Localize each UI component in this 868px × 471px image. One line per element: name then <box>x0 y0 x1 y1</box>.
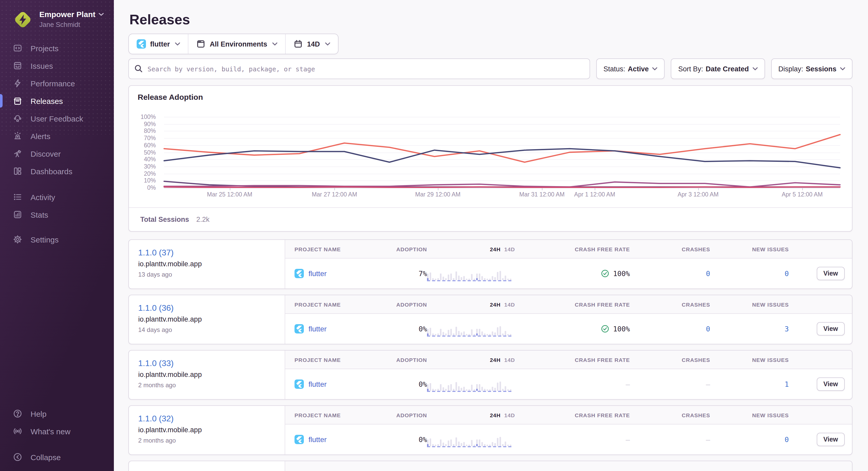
sidebar-item-settings[interactable]: Settings <box>0 231 114 248</box>
stats-icon <box>13 210 22 219</box>
release-table-row: flutter 0% – – 0 View <box>285 425 852 455</box>
sidebar-item-discover[interactable]: Discover <box>0 145 114 162</box>
alerts-icon <box>13 131 22 141</box>
environment-filter-value: All Environments <box>210 40 267 48</box>
release-package: io.planttv.mobile.app <box>138 426 275 434</box>
release-version-link[interactable]: 1.1.0 (33) <box>138 358 275 368</box>
project-link[interactable]: flutter <box>294 324 385 334</box>
chevron-down-icon <box>840 67 845 70</box>
sidebar-item-user-feedback[interactable]: User Feedback <box>0 110 114 127</box>
chevron-down-icon <box>175 42 180 45</box>
view-button[interactable]: View <box>816 377 845 391</box>
gear-icon <box>13 235 22 244</box>
new-issues-link[interactable]: 1 <box>710 380 789 388</box>
sidebar-item-alerts[interactable]: Alerts <box>0 127 114 145</box>
release-table-header: PROJECT NAME ADOPTION 24H14D CRASH FREE … <box>285 406 852 425</box>
chevron-down-icon <box>652 67 658 70</box>
discover-icon <box>13 149 22 158</box>
crashes-link[interactable]: 0 <box>630 269 710 278</box>
adoption-value: 7% <box>385 269 427 278</box>
project-link[interactable]: flutter <box>294 379 385 389</box>
sort-dropdown[interactable]: Sort By: Date Created <box>671 59 765 79</box>
sidebar-item-label: Projects <box>31 44 59 53</box>
col-new-issues: NEW ISSUES <box>710 301 789 307</box>
sidebar-nav-secondary: Activity Stats <box>0 188 114 223</box>
new-issues-link[interactable]: 0 <box>710 269 789 278</box>
release-card: 1.1.0 (36) io.planttv.mobile.app 14 days… <box>128 295 852 344</box>
view-button[interactable]: View <box>816 267 845 280</box>
release-version-link[interactable]: 1.1.0 (37) <box>138 248 275 258</box>
toggle-24h[interactable]: 24H <box>490 357 501 363</box>
sidebar-item-label: Discover <box>31 149 61 158</box>
chevron-down-icon <box>325 42 330 45</box>
crash-free-value: 100% <box>613 325 630 333</box>
chevron-down-icon <box>273 42 278 45</box>
project-link[interactable]: flutter <box>294 435 385 444</box>
sidebar-item-whats-new[interactable]: What's new <box>0 423 114 440</box>
col-time-toggle: 24H14D <box>427 301 515 307</box>
crashes-link[interactable]: 0 <box>630 325 710 333</box>
adoption-value: 0% <box>385 325 427 333</box>
page-title: Releases <box>129 10 852 29</box>
sidebar-item-help[interactable]: Help <box>0 405 114 423</box>
toggle-14d[interactable]: 14D <box>504 246 515 252</box>
release-card-partial <box>128 461 852 471</box>
search-input[interactable] <box>128 59 590 79</box>
new-issues-link[interactable]: 3 <box>710 325 789 333</box>
view-button[interactable]: View <box>816 433 845 446</box>
sidebar-item-stats[interactable]: Stats <box>0 206 114 223</box>
sidebar-item-performance[interactable]: Performance <box>0 74 114 92</box>
col-project-name: PROJECT NAME <box>294 412 385 418</box>
project-link[interactable]: flutter <box>294 269 385 278</box>
performance-icon <box>13 78 22 88</box>
new-issues-link[interactable]: 0 <box>710 435 789 444</box>
display-dropdown[interactable]: Display: Sessions <box>771 59 852 79</box>
release-package: io.planttv.mobile.app <box>138 260 275 268</box>
project-name: flutter <box>309 269 327 278</box>
project-name: flutter <box>309 380 327 388</box>
sidebar-nav-settings: Settings <box>0 231 114 248</box>
release-version-link[interactable]: 1.1.0 (36) <box>138 303 275 313</box>
toggle-14d[interactable]: 14D <box>504 357 515 363</box>
project-filter[interactable]: flutter <box>129 34 188 54</box>
sidebar-item-activity[interactable]: Activity <box>0 188 114 206</box>
release-table: PROJECT NAME ADOPTION 24H14D CRASH FREE … <box>285 406 852 455</box>
release-version-link[interactable]: 1.1.0 (32) <box>138 414 275 424</box>
toggle-14d[interactable]: 14D <box>504 412 515 418</box>
toggle-14d[interactable]: 14D <box>504 301 515 307</box>
sessions-sparkline <box>427 269 512 281</box>
sidebar-item-releases[interactable]: Releases <box>0 92 114 110</box>
col-crash-free-rate: CRASH FREE RATE <box>515 357 630 363</box>
window-icon <box>196 39 206 48</box>
sidebar-item-dashboards[interactable]: Dashboards <box>0 162 114 180</box>
col-adoption: ADOPTION <box>385 412 427 418</box>
sidebar-item-issues[interactable]: Issues <box>0 57 114 74</box>
release-list: 1.1.0 (37) io.planttv.mobile.app 13 days… <box>128 239 852 471</box>
status-value: Active <box>628 65 649 73</box>
sidebar-item-label: Settings <box>31 235 59 244</box>
page-filter-bar: flutter All Environments 14D <box>128 34 339 54</box>
crashes-cell: – <box>630 380 710 388</box>
sidebar-item-collapse[interactable]: Collapse <box>0 448 114 466</box>
toggle-24h[interactable]: 24H <box>490 246 501 252</box>
environment-filter[interactable]: All Environments <box>188 34 285 54</box>
toolbar: Status: Active Sort By: Date Created Dis… <box>128 59 852 79</box>
sidebar-item-label: What's new <box>31 427 70 436</box>
col-project-name: PROJECT NAME <box>294 301 385 307</box>
release-package: io.planttv.mobile.app <box>138 371 275 378</box>
release-table <box>285 461 852 471</box>
flutter-icon <box>294 379 304 389</box>
crash-free-cell: 100% <box>515 269 630 278</box>
status-dropdown[interactable]: Status: Active <box>596 59 665 79</box>
toggle-24h[interactable]: 24H <box>490 301 501 307</box>
sidebar-item-label: Collapse <box>31 452 61 462</box>
activity-icon <box>13 192 22 202</box>
sidebar-item-projects[interactable]: Projects <box>0 39 114 57</box>
toggle-24h[interactable]: 24H <box>490 412 501 418</box>
col-time-toggle: 24H14D <box>427 357 515 363</box>
org-switcher[interactable]: Empower Plant Jane Schmidt <box>0 0 114 35</box>
date-range-filter[interactable]: 14D <box>285 34 338 54</box>
release-info <box>129 461 285 471</box>
view-button[interactable]: View <box>816 322 845 336</box>
release-table-row: flutter 7% 100% 0 0 View <box>285 259 852 289</box>
